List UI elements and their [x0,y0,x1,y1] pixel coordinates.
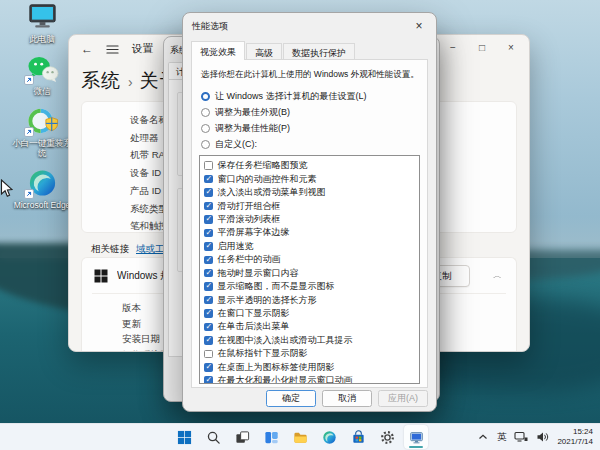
radio-option[interactable]: 调整为最佳外观(B) [201,104,427,120]
desktop-icon-label: 微信 [34,86,51,96]
checkbox-label: 在鼠标指针下显示阴影 [218,347,308,360]
visual-effect-row[interactable]: 保存任务栏缩略图预览 [204,159,419,172]
checkbox[interactable] [204,376,213,384]
dialog-tab-0[interactable]: 视觉效果 [191,41,245,60]
store-icon [351,430,366,445]
visual-effects-tab-page: 选择你想在此计算机上使用的 Windows 外观和性能设置。 让 Windows… [191,59,428,388]
taskbar-start-button[interactable] [172,425,196,449]
visual-effect-row[interactable]: 启用速览 [204,240,419,253]
maximize-button[interactable]: □ [476,42,488,53]
visual-effect-row[interactable]: 在鼠标指针下显示阴影 [204,347,419,360]
visual-effects-list[interactable]: 保存任务栏缩略图预览窗口内的动画控件和元素淡入淡出或滑动菜单到视图滑动打开组合框… [199,155,420,384]
dialog-title: 性能选项 [192,20,411,33]
checkbox[interactable] [204,282,213,291]
checkbox[interactable] [204,188,213,197]
breadcrumb-system[interactable]: 系统 [81,68,121,94]
edge-icon [26,168,59,198]
close-button[interactable]: × [505,42,517,53]
visual-effect-row[interactable]: 在视图中淡入淡出或滑动工具提示 [204,334,419,347]
back-icon[interactable]: ← [81,42,93,56]
performance-options-dialog: 性能选项 × 视觉效果高级数据执行保护 选择你想在此计算机上使用的 Window… [182,12,437,412]
visual-effect-row[interactable]: 在窗口下显示阴影 [204,307,419,320]
desktop-icon-wechat[interactable]: 微信 [11,54,73,96]
cancel-button[interactable]: 取消 [322,390,372,407]
clock-time: 15:24 [557,427,593,437]
radio-option[interactable]: 调整为最佳性能(P) [201,120,427,136]
close-icon[interactable]: × [411,18,427,34]
hamburger-menu-icon[interactable] [106,43,119,56]
desktop-icon-label: Microsoft Edge [14,200,71,210]
dialog-tab-1[interactable]: 高级 [246,43,282,60]
visual-effect-row[interactable]: 任务栏中的动画 [204,253,419,266]
radio-indicator [201,124,210,133]
checkbox[interactable] [204,350,213,359]
checkbox-label: 平滑屏幕字体边缘 [218,226,290,239]
desktop-icon-column: 此电脑微信小白一键重装系统Microsoft Edge [11,2,73,210]
radio-label: 让 Windows 选择计算机的最佳设置(L) [215,90,367,103]
checkbox[interactable] [204,161,213,170]
taskbar-settings-button[interactable] [375,425,399,449]
visual-effect-row[interactable]: 窗口内的动画控件和元素 [204,172,419,185]
visual-effect-row[interactable]: 显示半透明的选择长方形 [204,293,419,306]
checkbox[interactable] [204,215,213,224]
desktop-icon-xiaobai[interactable]: 小白一键重装系统 [11,106,73,158]
desktop-icon-edge[interactable]: Microsoft Edge [11,168,73,210]
radio-option-list: 让 Windows 选择计算机的最佳设置(L)调整为最佳外观(B)调整为最佳性能… [201,88,427,152]
visual-effect-row[interactable]: 平滑滚动列表框 [204,213,419,226]
taskbar-icon-row [172,424,428,450]
settings-icon [380,430,395,445]
visual-effect-row[interactable]: 滑动打开组合框 [204,199,419,212]
widgets-icon [264,430,279,445]
checkbox[interactable] [204,202,213,211]
radio-option[interactable]: 让 Windows 选择计算机的最佳设置(L) [201,88,427,104]
visual-effect-row[interactable]: 淡入淡出或滑动菜单到视图 [204,186,419,199]
ok-button[interactable]: 确定 [266,390,316,407]
taskbar-search-button[interactable] [201,425,225,449]
taskbar-store-button[interactable] [346,425,370,449]
network-icon[interactable] [514,431,528,443]
checkbox[interactable] [204,269,213,278]
visual-effect-row[interactable]: 在最大化和最小化时显示窗口动画 [204,374,419,384]
taskbar-task-view-button[interactable] [230,425,254,449]
checkbox[interactable] [204,242,213,251]
desktop-icon-label: 此电脑 [29,34,55,44]
dialog-titlebar[interactable]: 性能选项 × [183,13,436,39]
visual-effect-row[interactable]: 拖动时显示窗口内容 [204,267,419,280]
radio-option[interactable]: 自定义(C): [201,136,427,152]
apply-button[interactable]: 应用(A) [378,390,428,407]
checkbox-label: 在桌面上为图标标签使用阴影 [218,361,335,374]
checkbox[interactable] [204,229,213,238]
checkbox[interactable] [204,323,213,332]
desktop-icon-this-pc[interactable]: 此电脑 [11,2,73,44]
checkbox[interactable] [204,296,213,305]
windows-logo-icon [94,269,108,283]
clock[interactable]: 15:24 2021/7/14 [557,427,593,448]
wechat-icon [26,54,59,84]
checkbox[interactable] [204,256,213,265]
taskbar-system-properties-button[interactable] [404,425,428,449]
settings-app-title: 设置 [132,42,153,56]
taskbar-edge-button[interactable] [317,425,341,449]
mouse-cursor [0,179,13,202]
chevron-up-icon[interactable]: ︿ [493,271,502,281]
visual-effect-row[interactable]: 在单击后淡出菜单 [204,320,419,333]
visual-effect-row[interactable]: 显示缩略图，而不是显示图标 [204,280,419,293]
tray-chevron-up-icon[interactable] [477,431,489,443]
taskbar-file-explorer-button[interactable] [288,425,312,449]
visual-effect-row[interactable]: 在桌面上为图标标签使用阴影 [204,361,419,374]
checkbox[interactable] [204,363,213,372]
checkbox-label: 拖动时显示窗口内容 [218,267,299,280]
visual-effect-row[interactable]: 平滑屏幕字体边缘 [204,226,419,239]
checkbox[interactable] [204,336,213,345]
breadcrumb-separator: › [128,74,133,90]
xiaobai-icon [26,106,59,136]
radio-label: 调整为最佳外观(B) [215,106,290,119]
checkbox[interactable] [204,309,213,318]
dialog-tab-2[interactable]: 数据执行保护 [283,43,355,60]
ime-indicator[interactable]: 英 [497,431,507,444]
taskbar-widgets-button[interactable] [259,425,283,449]
desktop-icon-label: 小白一键重装系统 [11,138,73,158]
minimize-button[interactable]: − [447,42,459,53]
checkbox[interactable] [204,175,213,184]
volume-icon[interactable] [536,431,549,443]
